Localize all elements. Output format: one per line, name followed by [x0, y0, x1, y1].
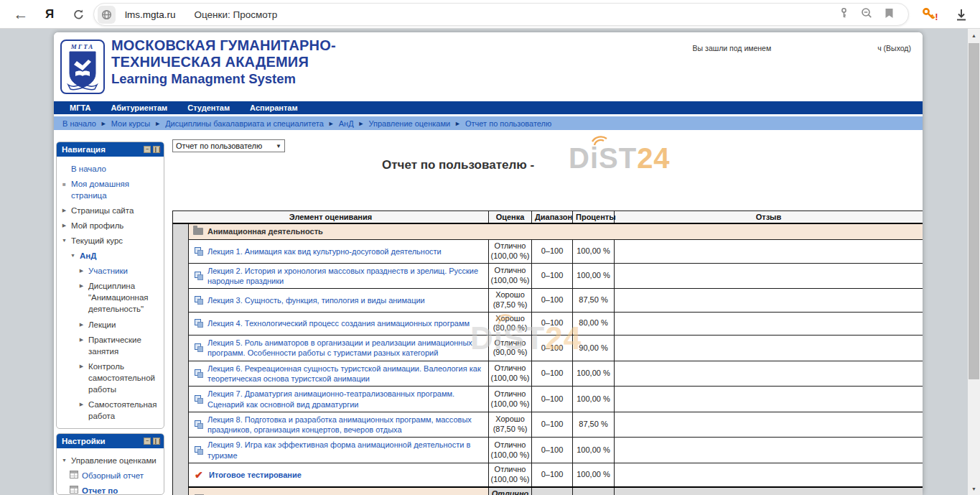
lesson-icon: [195, 343, 203, 352]
nav-item-my-courses[interactable]: ▶Мои курсы: [61, 424, 162, 429]
table-header-row: Элемент оценивания Оценка Диапазон Проце…: [173, 211, 923, 223]
menu-item-abiturientam[interactable]: Абитуриентам: [111, 103, 167, 112]
chevron-right-icon[interactable]: ▶: [61, 220, 67, 229]
chevron-down-icon[interactable]: ▼: [61, 235, 67, 244]
browser-toolbar: ← Я lms.mgta.ru Оценки: Просмотр !: [0, 0, 980, 29]
menu-item-studentam[interactable]: Студентам: [187, 103, 230, 112]
nav-item-control[interactable]: ▶Контроль самостоятельной работы: [61, 358, 162, 397]
col-header-range: Диапазон: [532, 211, 573, 223]
password-key-icon[interactable]: [839, 7, 849, 22]
lecture-link[interactable]: Лекция 8. Подготовка и разработка анимац…: [207, 415, 482, 435]
chevron-right-icon[interactable]: ▶: [61, 205, 67, 214]
table-row: Лекция 7. Драматургия анимационно-театра…: [173, 387, 923, 412]
settings-item-grade-admin[interactable]: ▼Управление оценками: [61, 453, 162, 468]
nav-item-site-pages[interactable]: ▶Страницы сайта: [61, 203, 162, 218]
refresh-icon[interactable]: [67, 0, 89, 29]
lms-page: МГТА МОСКОВСКАЯ ГУМАНИТАРНО- ТЕХНИЧЕСКАЯ…: [54, 32, 923, 495]
protect-key-icon[interactable]: !: [918, 0, 942, 29]
wifi-arcs-icon: [494, 314, 514, 326]
lecture-link[interactable]: Лекция 5. Роль аниматоров в организации …: [207, 338, 482, 358]
logout-link[interactable]: (Выход): [884, 44, 911, 52]
login-info: Вы зашли под именемч (Выход): [693, 44, 911, 52]
crumb-user-report[interactable]: Отчет по пользователю: [465, 119, 551, 128]
lecture-link[interactable]: Лекция 4. Технологический процесс создан…: [207, 318, 470, 328]
nav-item-home[interactable]: В начало: [61, 161, 162, 176]
lesson-icon: [195, 296, 203, 305]
table-row: Лекция 2. История и хронология массовых …: [173, 263, 923, 289]
site-header: МГТА МОСКОВСКАЯ ГУМАНИТАРНО- ТЕХНИЧЕСКАЯ…: [54, 32, 923, 101]
scroll-up-icon[interactable]: ▲: [968, 30, 980, 40]
address-bar[interactable]: lms.mgta.ru Оценки: Просмотр: [93, 3, 909, 26]
download-icon[interactable]: [949, 0, 974, 29]
url-text[interactable]: lms.mgta.ru: [125, 9, 176, 20]
nav-item-and[interactable]: ▼АнД: [61, 249, 162, 264]
chevron-right-icon[interactable]: ▶: [78, 280, 85, 290]
chevron-down-icon[interactable]: ▼: [61, 455, 67, 464]
feedback-cell: [615, 463, 923, 487]
feedback-cell: [615, 438, 923, 463]
settings-item-overview-report[interactable]: Обзорный отчет: [61, 468, 162, 483]
nav-item-discipline[interactable]: ▶Дисциплина "Анимационная деятельность": [61, 279, 162, 317]
site-title: МОСКОВСКАЯ ГУМАНИТАРНО- ТЕХНИЧЕСКАЯ АКАД…: [111, 37, 336, 87]
nav-item-current-course[interactable]: ▼Текущий курс: [61, 233, 162, 248]
dock-block-icon[interactable]: ❙❙: [153, 146, 160, 153]
lecture-link[interactable]: Лекция 2. История и хронология массовых …: [207, 266, 482, 287]
nav-item-participants[interactable]: ▶Участники: [61, 264, 162, 279]
feedback-cell: [615, 240, 923, 264]
chevron-right-icon[interactable]: ▶: [78, 399, 85, 408]
collapse-block-icon[interactable]: −: [144, 146, 151, 153]
lesson-icon: [195, 247, 203, 256]
nav-item-my-home[interactable]: ■Моя домашняя страница: [61, 176, 162, 203]
lecture-link[interactable]: Лекция 7. Драматургия анимационно-театра…: [207, 389, 482, 410]
lecture-link[interactable]: Лекция 9. Игра как эффективная форма ани…: [207, 440, 482, 461]
final-test-link[interactable]: Итоговое тестирование: [209, 470, 302, 480]
zoom-out-icon[interactable]: [861, 7, 873, 22]
lecture-link[interactable]: Лекция 1. Анимация как вид культурно-дос…: [207, 246, 442, 256]
nav-item-practice[interactable]: ▶Практические занятия: [61, 332, 162, 358]
chevron-right-icon[interactable]: ▶: [78, 319, 85, 328]
lesson-icon: [195, 272, 203, 280]
site-globe-icon: [98, 6, 116, 24]
settings-item-user-report[interactable]: Отчет по пользователю: [61, 483, 162, 495]
lecture-link[interactable]: Лекция 6. Рекреационная сущность туристс…: [207, 364, 482, 384]
chevron-right-icon[interactable]: ▶: [78, 334, 85, 343]
back-icon[interactable]: ←: [10, 0, 32, 29]
yandex-logo-icon[interactable]: Я: [40, 0, 59, 29]
lecture-link[interactable]: Лекция 3. Сущность, функция, типология и…: [207, 295, 425, 305]
menu-item-mgta[interactable]: МГТА: [70, 103, 90, 112]
bookmark-icon[interactable]: [885, 8, 894, 22]
nav-item-lectures[interactable]: ▶Лекции: [61, 317, 162, 332]
lesson-icon: [195, 319, 203, 328]
table-row: Лекция 6. Рекреационная сущность туристс…: [173, 361, 923, 387]
folder-icon: [193, 228, 203, 235]
crumb-home[interactable]: В начало: [62, 119, 96, 128]
breadcrumb: В начало► Мои курсы► Дисциплины бакалавр…: [54, 116, 923, 130]
feedback-cell: [615, 361, 923, 387]
page-scrollbar[interactable]: ▲ ▼: [968, 29, 980, 495]
chevron-right-icon[interactable]: ▶: [61, 425, 67, 429]
wifi-arcs-icon: [590, 136, 609, 147]
chevron-right-icon[interactable]: ▶: [78, 361, 85, 370]
dock-block-icon[interactable]: ❙❙: [153, 438, 160, 445]
report-type-select[interactable]: Отчет по пользователю▼: [172, 139, 285, 152]
lesson-icon: [195, 420, 203, 429]
scrollbar-thumb[interactable]: [969, 43, 979, 379]
main-menu: МГТА Абитуриентам Студентам Аспирантам: [54, 101, 923, 114]
crumb-my-courses[interactable]: Мои курсы: [111, 119, 150, 128]
mgta-logo: МГТА: [60, 40, 105, 94]
chevron-down-icon[interactable]: ▼: [70, 250, 76, 259]
indent-column: [173, 223, 189, 495]
menu-item-aspirantam[interactable]: Аспирантам: [250, 103, 297, 112]
feedback-cell: [615, 312, 923, 336]
collapse-block-icon[interactable]: −: [144, 438, 151, 445]
crumb-and[interactable]: АнД: [339, 119, 354, 128]
scroll-down-icon[interactable]: ▼: [968, 484, 980, 494]
crumb-disciplines[interactable]: Дисциплины бакалавриата и специалитета: [165, 119, 324, 128]
dist24-watermark: DiST24: [470, 320, 582, 356]
crumb-grade-admin[interactable]: Управление оценками: [369, 119, 451, 128]
nav-item-selfwork[interactable]: ▶Самостоятельная работа: [61, 397, 162, 424]
lesson-icon: [195, 369, 203, 378]
report-icon: [70, 486, 78, 494]
chevron-right-icon[interactable]: ▶: [78, 265, 85, 274]
nav-item-my-profile[interactable]: ▶Мой профиль: [61, 218, 162, 233]
